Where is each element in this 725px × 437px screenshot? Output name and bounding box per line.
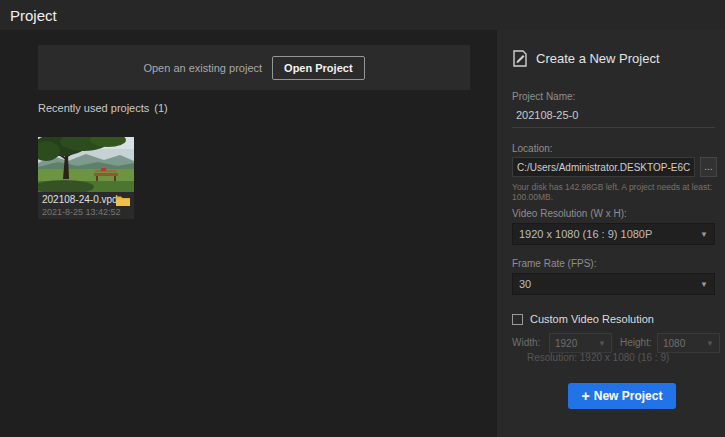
open-existing-prompt: Open an existing project [143,62,262,74]
width-value: 1920 [555,338,577,349]
new-document-icon [512,50,528,67]
video-resolution-label: Video Resolution (W x H): [512,208,627,219]
project-name-label: Project Name: [512,91,575,102]
height-select[interactable]: 1080 ▼ [657,333,720,353]
recent-projects-count: (1) [154,102,167,114]
width-label: Width: [512,337,540,348]
project-date: 2021-8-25 13:42:52 [42,207,130,218]
video-resolution-select[interactable]: 1920 x 1080 (16 : 9) 1080P ▼ [512,223,715,245]
resolution-summary: Resolution: 1920 x 1080 (16 : 9) [527,352,717,363]
create-project-heading: Create a New Project [512,50,660,67]
frame-rate-value: 30 [519,278,531,290]
create-project-title: Create a New Project [536,51,660,66]
recent-projects-heading: Recently used projects(1) [38,102,168,114]
recent-projects-label: Recently used projects [38,102,149,114]
chevron-down-icon: ▼ [700,280,708,289]
width-select[interactable]: 1920 ▼ [549,333,612,353]
create-project-panel: Create a New Project Project Name: 20210… [497,30,725,437]
height-label: Height: [620,337,652,348]
chevron-down-icon: ▼ [706,339,714,348]
browse-button[interactable]: ... [700,157,717,177]
open-existing-banner: Open an existing project Open Project [38,45,470,90]
frame-rate-label: Frame Rate (FPS): [512,258,596,269]
chevron-down-icon: ▼ [700,230,708,239]
custom-resolution-checkbox[interactable] [512,314,523,325]
location-input[interactable] [512,157,695,177]
recent-project-card[interactable]: 202108-24-0.vpd 2021-8-25 13:42:52 [38,137,134,219]
plus-icon: + [582,389,590,403]
page-title: Project [10,7,57,24]
video-resolution-value: 1920 x 1080 (16 : 9) 1080P [519,228,652,240]
new-project-button[interactable]: + New Project [568,383,676,409]
height-value: 1080 [663,338,685,349]
chevron-down-icon: ▼ [598,339,606,348]
frame-rate-select[interactable]: 30 ▼ [512,273,715,295]
custom-resolution-row[interactable]: Custom Video Resolution [512,313,654,325]
new-project-button-label: New Project [594,389,663,403]
folder-icon[interactable] [116,195,130,206]
titlebar: Project [0,0,725,30]
project-thumbnail[interactable] [38,137,134,192]
custom-resolution-label: Custom Video Resolution [530,313,654,325]
project-window: Project Open an existing project Open Pr… [0,0,725,437]
project-name-input[interactable]: 202108-25-0 [512,106,715,128]
disk-space-hint: Your disk has 142.98GB left. A project n… [512,182,717,202]
project-card-meta: 202108-24-0.vpd 2021-8-25 13:42:52 [38,192,134,218]
open-project-button[interactable]: Open Project [272,56,364,80]
location-label: Location: [512,143,553,154]
open-project-area: Open an existing project Open Project Re… [0,30,497,437]
